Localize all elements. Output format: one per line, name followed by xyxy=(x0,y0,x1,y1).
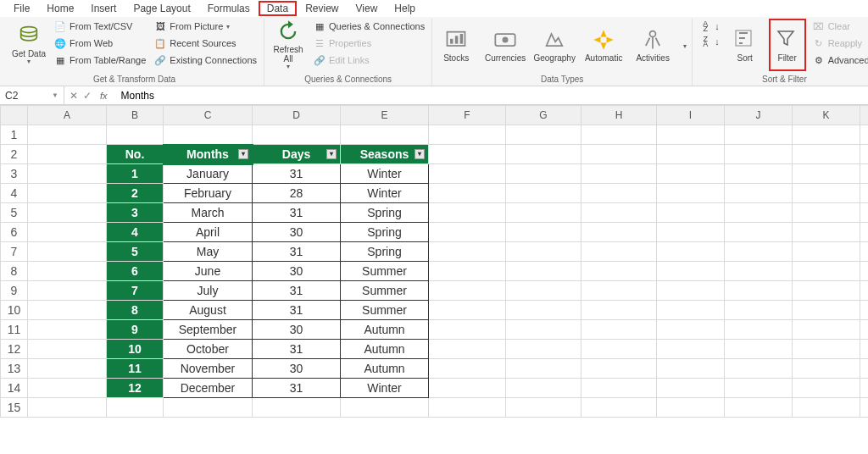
cell-I13[interactable] xyxy=(657,359,725,379)
cell-G13[interactable] xyxy=(506,359,581,379)
cell-A15[interactable] xyxy=(28,398,107,418)
cell-G6[interactable] xyxy=(506,223,581,242)
cell-I7[interactable] xyxy=(657,242,725,262)
cell-H6[interactable] xyxy=(581,223,657,242)
cell-F8[interactable] xyxy=(429,262,506,281)
refresh-all-button[interactable]: Refresh All▾ xyxy=(270,19,307,71)
cell-F6[interactable] xyxy=(429,223,506,242)
row-header-3[interactable]: 3 xyxy=(1,164,28,184)
tab-review[interactable]: Review xyxy=(297,1,347,16)
select-all-corner[interactable] xyxy=(1,106,28,125)
cell-E14[interactable]: Winter xyxy=(341,379,429,398)
row-header-14[interactable]: 14 xyxy=(1,379,28,398)
namebox-dropdown-icon[interactable]: ▼ xyxy=(52,91,58,99)
cell-J6[interactable] xyxy=(725,223,793,242)
cell-G15[interactable] xyxy=(506,398,581,418)
cell-F15[interactable] xyxy=(429,398,506,418)
cell-E15[interactable] xyxy=(341,398,429,418)
cell-D7[interactable]: 31 xyxy=(253,242,341,262)
row-header-15[interactable]: 15 xyxy=(1,398,28,418)
cell-A7[interactable] xyxy=(28,242,107,262)
row-header-6[interactable]: 6 xyxy=(1,223,28,242)
col-header-K[interactable]: K xyxy=(793,106,860,125)
cell-D3[interactable]: 31 xyxy=(253,164,341,184)
col-header-D[interactable]: D xyxy=(253,106,341,125)
cell-H14[interactable] xyxy=(581,379,657,398)
cell-L9[interactable] xyxy=(860,281,869,301)
cell-H12[interactable] xyxy=(581,340,657,359)
tab-file[interactable]: File xyxy=(5,1,38,16)
cell-I10[interactable] xyxy=(657,301,725,320)
cell-A13[interactable] xyxy=(28,359,107,379)
cell-G10[interactable] xyxy=(506,301,581,320)
filter-dropdown-C[interactable]: ▾ xyxy=(238,149,248,159)
cell-B12[interactable]: 10 xyxy=(107,340,164,359)
cell-D11[interactable]: 30 xyxy=(253,320,341,340)
existing-connections-button[interactable]: 🔗Existing Connections xyxy=(153,53,259,68)
cell-I15[interactable] xyxy=(657,398,725,418)
cell-B7[interactable]: 5 xyxy=(107,242,164,262)
col-header-I[interactable]: I xyxy=(657,106,725,125)
cell-D14[interactable]: 31 xyxy=(253,379,341,398)
cell-B1[interactable] xyxy=(107,125,164,145)
cell-F10[interactable] xyxy=(429,301,506,320)
cell-L11[interactable] xyxy=(860,320,869,340)
cell-J11[interactable] xyxy=(725,320,793,340)
cell-H15[interactable] xyxy=(581,398,657,418)
cell-H2[interactable] xyxy=(581,145,657,164)
cell-D5[interactable]: 31 xyxy=(253,203,341,223)
sort-asc-button[interactable]: AZ↓ xyxy=(698,19,721,34)
cell-K15[interactable] xyxy=(793,398,860,418)
cell-E4[interactable]: Winter xyxy=(341,184,429,203)
cell-H5[interactable] xyxy=(581,203,657,223)
row-header-1[interactable]: 1 xyxy=(1,125,28,145)
cell-H11[interactable] xyxy=(581,320,657,340)
cell-J8[interactable] xyxy=(725,262,793,281)
cell-B13[interactable]: 11 xyxy=(107,359,164,379)
cell-B3[interactable]: 1 xyxy=(107,164,164,184)
cell-K7[interactable] xyxy=(793,242,860,262)
advanced-button[interactable]: ⚙Advanced xyxy=(811,53,868,68)
cell-E7[interactable]: Spring xyxy=(341,242,429,262)
cell-A14[interactable] xyxy=(28,379,107,398)
stocks-button[interactable]: Stocks xyxy=(437,19,475,71)
cell-F9[interactable] xyxy=(429,281,506,301)
cell-L14[interactable] xyxy=(860,379,869,398)
cell-E10[interactable]: Summer xyxy=(341,301,429,320)
col-header-E[interactable]: E xyxy=(341,106,429,125)
cell-B10[interactable]: 8 xyxy=(107,301,164,320)
cell-J2[interactable] xyxy=(725,145,793,164)
tab-page-layout[interactable]: Page Layout xyxy=(125,1,198,16)
cell-I11[interactable] xyxy=(657,320,725,340)
cell-B5[interactable]: 3 xyxy=(107,203,164,223)
cell-G12[interactable] xyxy=(506,340,581,359)
tab-view[interactable]: View xyxy=(348,1,387,16)
cell-E6[interactable]: Spring xyxy=(341,223,429,242)
cell-A9[interactable] xyxy=(28,281,107,301)
cell-L8[interactable] xyxy=(860,262,869,281)
fx-icon[interactable]: fx xyxy=(97,91,111,101)
cell-F4[interactable] xyxy=(429,184,506,203)
cell-K10[interactable] xyxy=(793,301,860,320)
cell-D6[interactable]: 30 xyxy=(253,223,341,242)
activities-button[interactable]: Activities xyxy=(634,19,671,71)
cell-G7[interactable] xyxy=(506,242,581,262)
sort-desc-button[interactable]: ZA↓ xyxy=(698,34,721,49)
cell-L7[interactable] xyxy=(860,242,869,262)
cell-E5[interactable]: Spring xyxy=(341,203,429,223)
cell-H3[interactable] xyxy=(581,164,657,184)
cell-D15[interactable] xyxy=(253,398,341,418)
data-types-more[interactable]: ▾ xyxy=(683,42,687,50)
col-header-H[interactable]: H xyxy=(581,106,657,125)
cell-K2[interactable] xyxy=(793,145,860,164)
tab-formulas[interactable]: Formulas xyxy=(199,1,259,16)
cell-B9[interactable]: 7 xyxy=(107,281,164,301)
cell-C11[interactable]: September xyxy=(164,320,253,340)
get-data-button[interactable]: Get Data▾ xyxy=(10,19,47,71)
cell-G1[interactable] xyxy=(506,125,581,145)
cell-D2[interactable]: Days▾ xyxy=(253,145,341,164)
cell-K6[interactable] xyxy=(793,223,860,242)
cell-J4[interactable] xyxy=(725,184,793,203)
col-header-G[interactable]: G xyxy=(506,106,581,125)
cell-L10[interactable] xyxy=(860,301,869,320)
